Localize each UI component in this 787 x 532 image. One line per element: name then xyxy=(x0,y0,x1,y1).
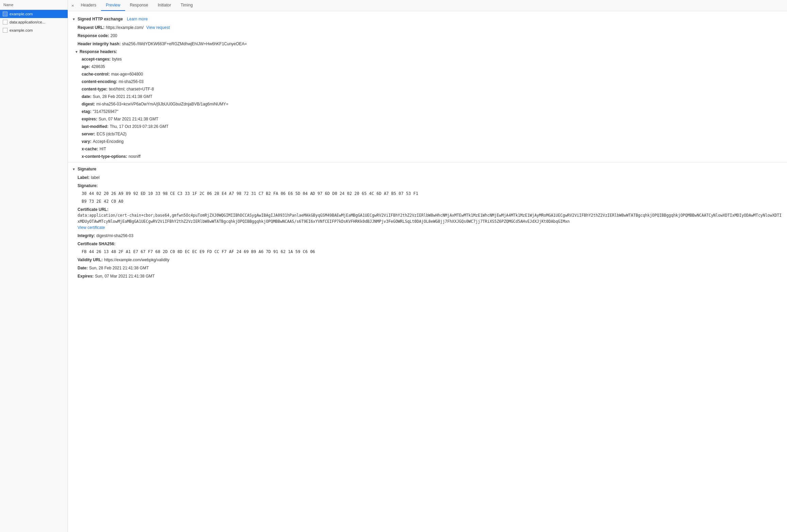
sig-label-value: label xyxy=(91,174,99,181)
triangle-icon-rh: ▼ xyxy=(75,50,78,54)
response-header-key: server: xyxy=(82,131,95,137)
learn-more-link[interactable]: Learn more xyxy=(127,17,148,21)
request-url-key: Request URL: xyxy=(78,24,104,31)
response-code-row: Response code: 200 xyxy=(68,32,787,40)
response-header-key: accept-ranges: xyxy=(82,56,111,62)
tab-response[interactable]: Response xyxy=(125,0,153,11)
response-header-row: etag: "3147526947" xyxy=(68,108,787,115)
response-header-row: server: ECS (dcb/7EA2) xyxy=(68,130,787,138)
sidebar-header: Name xyxy=(0,0,68,10)
sig-bytes-key-row: Signature: xyxy=(68,182,787,190)
cert-sha256-key: Certificate SHA256: xyxy=(78,241,115,247)
response-header-value: nosniff xyxy=(129,153,140,160)
response-header-row: cache-control: max-age=604800 xyxy=(68,70,787,78)
response-header-value: Sun, 07 Mar 2021 21:41:38 GMT xyxy=(99,116,158,122)
response-header-key: etag: xyxy=(82,109,91,115)
response-header-value: bytes xyxy=(112,56,122,62)
view-request-link[interactable]: View request xyxy=(146,24,170,31)
signed-http-exchange-header[interactable]: ▼ Signed HTTP exchange Learn more xyxy=(68,15,787,23)
response-header-key: x-content-type-options: xyxy=(82,153,127,160)
tab-timing[interactable]: Timing xyxy=(176,0,198,11)
request-url-value: https://example.com/ xyxy=(106,24,144,31)
cert-sha256-value: FB 44 26 13 48 2F A1 E7 67 F7 68 2D C0 8… xyxy=(68,248,787,256)
response-header-value: ECS (dcb/7EA2) xyxy=(97,131,127,137)
response-header-row: x-cache: HIT xyxy=(68,145,787,153)
file-icon-1 xyxy=(3,12,7,16)
sidebar-item-data-app[interactable]: data:application/ce... xyxy=(0,18,68,26)
validity-url-key: Validity URL: xyxy=(78,257,103,263)
response-code-key: Response code: xyxy=(78,33,109,39)
content-area: ▼ Signed HTTP exchange Learn more Reques… xyxy=(68,11,787,532)
response-header-value: Accept-Encoding xyxy=(93,138,124,145)
response-header-value: text/html; charset=UTF-8 xyxy=(109,86,154,92)
header-integrity-hash-row: Header integrity hash: sha256-/IWdYDKW66… xyxy=(68,40,787,48)
response-header-row: date: Sun, 28 Feb 2021 21:41:38 GMT xyxy=(68,93,787,100)
sig-bytes-line1: 30 44 02 20 26 A9 89 92 ED 10 33 98 CE C… xyxy=(68,190,787,198)
response-header-value: HIT xyxy=(100,146,106,152)
response-header-value: mi-sha256-03=kcwVP6aOwYmA/j9JbUU0GbuiZdn… xyxy=(96,101,228,107)
response-header-key: digest: xyxy=(82,101,95,107)
cert-url-value: data:application/cert-chain+cbor;base64,… xyxy=(78,213,783,225)
tabs-bar: × Headers Preview Response Initiator Tim… xyxy=(68,0,787,11)
response-headers-sub-header[interactable]: ▼ Response headers: xyxy=(68,48,787,55)
integrity-row: Integrity: digest/mi-sha256-03 xyxy=(68,232,787,240)
header-integrity-hash-key: Header integrity hash: xyxy=(78,41,121,47)
sidebar-item-example-com-2[interactable]: example.com xyxy=(0,26,68,34)
response-header-value: max-age=604800 xyxy=(111,71,143,77)
sig-bytes-key: Signature: xyxy=(78,183,98,189)
response-header-row: age: 428635 xyxy=(68,63,787,70)
response-header-key: expires: xyxy=(82,116,97,122)
date-value: Sun, 28 Feb 2021 21:41:38 GMT xyxy=(89,265,149,271)
signed-http-exchange-label: Signed HTTP exchange xyxy=(78,17,123,21)
response-header-value: 428635 xyxy=(91,64,105,70)
cert-url-row: Certificate URL: data:application/cert-c… xyxy=(68,205,787,232)
request-url-row: Request URL: https://example.com/ View r… xyxy=(68,23,787,32)
response-code-value: 200 xyxy=(111,33,117,39)
integrity-value: digest/mi-sha256-03 xyxy=(96,233,133,239)
main-panel: × Headers Preview Response Initiator Tim… xyxy=(68,0,787,532)
triangle-icon-she: ▼ xyxy=(72,17,76,21)
integrity-key: Integrity: xyxy=(78,233,95,239)
response-header-row: digest: mi-sha256-03=kcwVP6aOwYmA/j9JbUU… xyxy=(68,100,787,108)
response-header-row: content-encoding: mi-sha256-03 xyxy=(68,78,787,85)
response-header-row: vary: Accept-Encoding xyxy=(68,138,787,145)
response-headers-label: Response headers: xyxy=(80,49,117,54)
file-icon-2 xyxy=(3,20,7,24)
tab-preview[interactable]: Preview xyxy=(101,0,125,11)
sig-label-row: Label: label xyxy=(68,173,787,182)
sidebar-item-example-com-main[interactable]: example.com xyxy=(0,10,68,18)
view-certificate-link[interactable]: View certificate xyxy=(78,225,105,231)
signature-section-header[interactable]: ▼ Signature xyxy=(68,165,787,173)
response-header-value: Sun, 28 Feb 2021 21:41:38 GMT xyxy=(93,94,152,100)
sig-bytes-line2: B9 73 2E 42 C0 A0 xyxy=(68,198,787,205)
response-header-key: age: xyxy=(82,64,90,70)
date-key: Date: xyxy=(78,265,88,271)
header-integrity-hash-value: sha256-/IWdYDKW663F+eRGZMdhwjEhIJW+Hw6hK… xyxy=(122,41,247,47)
cert-sha256-row: Certificate SHA256: xyxy=(68,240,787,248)
sidebar-item-label-1: example.com xyxy=(10,12,33,16)
response-header-key: last-modified: xyxy=(82,123,108,130)
tab-headers[interactable]: Headers xyxy=(76,0,101,11)
sidebar-item-label-2: data:application/ce... xyxy=(10,20,46,24)
tab-initiator[interactable]: Initiator xyxy=(153,0,176,11)
signature-section-label: Signature xyxy=(78,167,96,171)
response-header-row: expires: Sun, 07 Mar 2021 21:41:38 GMT xyxy=(68,115,787,123)
validity-url-row: Validity URL: https://example.com/webpkg… xyxy=(68,256,787,264)
response-header-key: cache-control: xyxy=(82,71,110,77)
date-row: Date: Sun, 28 Feb 2021 21:41:38 GMT xyxy=(68,264,787,272)
response-headers-list: accept-ranges: bytesage: 428635cache-con… xyxy=(68,55,787,160)
response-header-value: Thu, 17 Oct 2019 07:18:26 GMT xyxy=(110,123,169,130)
file-icon-3 xyxy=(3,28,7,33)
response-header-row: x-content-type-options: nosniff xyxy=(68,153,787,160)
expires-value: Sun, 07 Mar 2021 21:41:38 GMT xyxy=(95,273,154,279)
sidebar: Name example.com data:application/ce... … xyxy=(0,0,68,532)
triangle-icon-sig: ▼ xyxy=(72,167,76,171)
sig-label-key: Label: xyxy=(78,174,89,181)
response-header-row: accept-ranges: bytes xyxy=(68,55,787,63)
response-header-row: content-type: text/html; charset=UTF-8 xyxy=(68,85,787,93)
response-header-row: last-modified: Thu, 17 Oct 2019 07:18:26… xyxy=(68,123,787,130)
expires-key: Expires: xyxy=(78,273,94,279)
response-header-key: vary: xyxy=(82,138,91,145)
response-header-key: content-type: xyxy=(82,86,107,92)
tab-close-button[interactable]: × xyxy=(69,0,76,11)
